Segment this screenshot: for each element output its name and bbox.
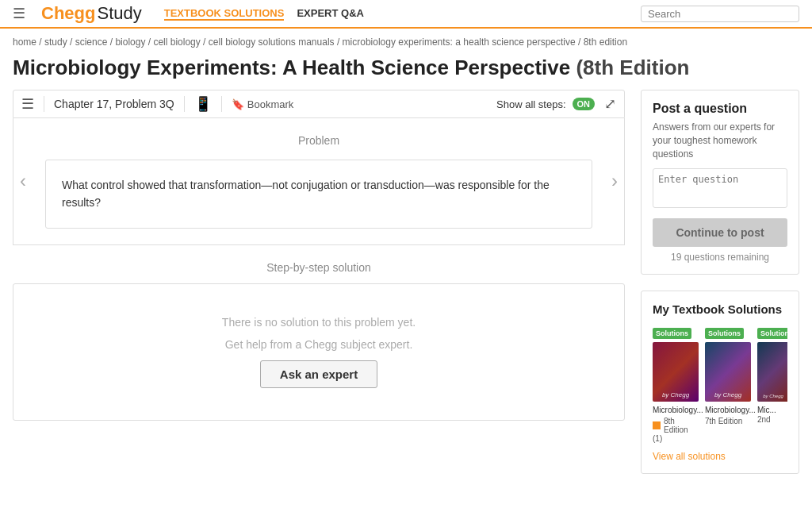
textbook-item-2[interactable]: Solutions by Chegg Microbiology... 7th E… [705, 325, 751, 443]
by-chegg-3: by Chegg [763, 394, 783, 398]
search-container [641, 6, 799, 22]
book-rating-1: (1) [653, 434, 699, 443]
book-edition-3: 2nd [757, 415, 787, 424]
content-area: ☰ Chapter 17, Problem 3Q 📱 🔖 Bookmark Sh… [13, 90, 625, 474]
breadcrumb: home / study / science / biology / cell … [0, 29, 812, 56]
breadcrumb-text: home / study / science / biology / cell … [13, 37, 627, 48]
solutions-badge-2: Solutions [705, 328, 744, 339]
divider-2 [184, 96, 185, 112]
book-cover-2: by Chegg [705, 342, 751, 402]
edition-row-2: 7th Edition [705, 417, 751, 425]
by-chegg-1: by Chegg [662, 391, 689, 398]
show-steps: Show all steps: ON [496, 98, 595, 110]
steps-toggle[interactable]: ON [573, 98, 596, 110]
list-icon[interactable]: ☰ [21, 95, 34, 113]
expand-icon[interactable]: ⤢ [604, 95, 616, 113]
nav-textbook-solutions[interactable]: TEXTBOOK SOLUTIONS [164, 7, 285, 21]
book-edition-1: 8th Edition [664, 417, 699, 434]
book-edition-2: 7th Edition [705, 417, 742, 425]
solutions-badge-3: Solutions [757, 328, 787, 339]
problem-text: What control showed that transformation—… [62, 179, 550, 209]
sidebar: Post a question Answers from our experts… [641, 90, 799, 474]
logo-study: Study [97, 3, 141, 24]
textbook-items: Solutions by Chegg Microbiology... 8th E… [653, 325, 787, 443]
problem-box: What control showed that transformation—… [45, 160, 592, 229]
book-name-1: Microbiology... [653, 405, 699, 415]
solutions-badge-1: Solutions [653, 328, 691, 339]
bookmark-button[interactable]: 🔖 Bookmark [232, 98, 294, 110]
book-cover-3: by Chegg [757, 342, 787, 402]
by-chegg-2: by Chegg [714, 391, 741, 398]
mobile-icon[interactable]: 📱 [194, 95, 212, 113]
question-textarea[interactable] [653, 168, 787, 208]
no-solution-line1: There is no solution to this problem yet… [222, 316, 416, 329]
toolbar: ☰ Chapter 17, Problem 3Q 📱 🔖 Bookmark Sh… [13, 90, 625, 118]
my-textbooks: My Textbook Solutions Solutions by Chegg… [641, 291, 799, 474]
book-name-2: Microbiology... [705, 405, 751, 415]
main-layout: ☰ Chapter 17, Problem 3Q 📱 🔖 Bookmark Sh… [0, 90, 812, 474]
logo-chegg: Chegg [41, 3, 95, 24]
chapter-label: Chapter 17, Problem 3Q [54, 98, 174, 110]
bookmark-label: Bookmark [247, 98, 294, 110]
post-question-box: Post a question Answers from our experts… [641, 90, 799, 275]
hamburger-icon[interactable]: ☰ [13, 5, 25, 22]
my-textbooks-title: My Textbook Solutions [653, 302, 787, 316]
show-steps-label: Show all steps: [496, 98, 565, 110]
prev-arrow[interactable]: ‹ [20, 170, 26, 192]
edition-label: (8th Edition [576, 56, 689, 79]
edition-row-1: 8th Edition [653, 417, 699, 434]
next-arrow[interactable]: › [611, 170, 618, 192]
ask-expert-button[interactable]: Ask an expert [260, 360, 377, 388]
continue-button[interactable]: Continue to post [653, 218, 787, 247]
step-label: Step-by-step solution [13, 261, 625, 274]
book-name-3: Mic... [757, 405, 787, 415]
solution-box: There is no solution to this problem yet… [13, 283, 625, 421]
post-question-desc: Answers from our experts for your toughe… [653, 121, 787, 160]
problem-label: Problem [45, 134, 592, 147]
book-cover-1: by Chegg [653, 342, 699, 402]
logo[interactable]: Chegg Study [41, 3, 142, 24]
questions-remaining: 19 questions remaining [653, 252, 787, 263]
post-question-title: Post a question [653, 102, 787, 116]
page-title: Microbiology Experiments: A Health Scien… [0, 56, 812, 90]
no-solution-line2: Get help from a Chegg subject expert. [225, 338, 413, 351]
textbook-item-3[interactable]: Solutions by Chegg Mic... 2nd [757, 325, 787, 443]
orange-marker-1 [653, 421, 661, 429]
search-input[interactable] [648, 8, 792, 20]
view-all-link[interactable]: View all solutions [653, 451, 787, 462]
nav-expert-qa[interactable]: EXPERT Q&A [297, 7, 364, 21]
divider-3 [221, 96, 222, 112]
header: ☰ Chegg Study TEXTBOOK SOLUTIONS EXPERT … [0, 0, 812, 29]
main-nav: TEXTBOOK SOLUTIONS EXPERT Q&A [164, 7, 364, 21]
divider-1 [44, 96, 44, 112]
textbook-item-1[interactable]: Solutions by Chegg Microbiology... 8th E… [653, 325, 699, 443]
problem-container: ‹ Problem What control showed that trans… [13, 118, 625, 245]
bookmark-icon: 🔖 [232, 98, 244, 110]
